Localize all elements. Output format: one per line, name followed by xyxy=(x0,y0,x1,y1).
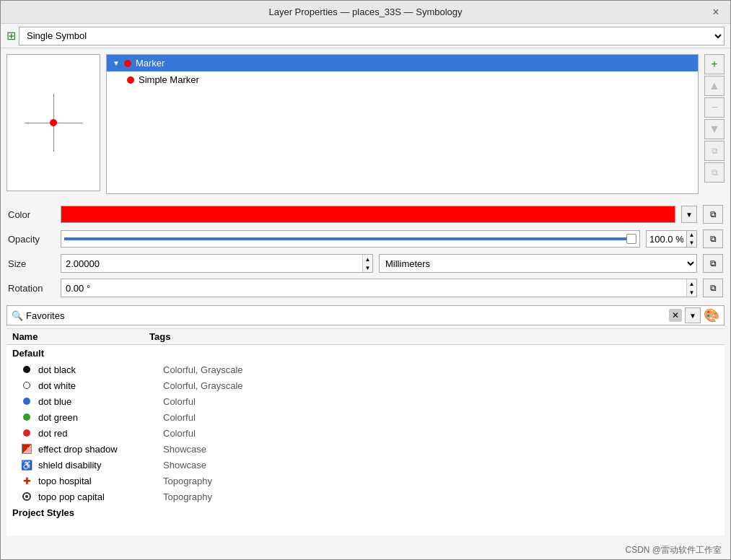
rotation-decrement[interactable]: ▼ xyxy=(686,288,696,297)
remove-symbol-button[interactable]: − xyxy=(704,97,725,118)
col-name-header: Name xyxy=(12,331,149,342)
symbol-tree-marker[interactable]: ▼ Marker xyxy=(107,55,698,71)
rotation-input[interactable]: 0.00 ° xyxy=(61,279,686,297)
main-window: Layer Properties — places_33S — Symbolog… xyxy=(0,0,731,560)
opacity-increment[interactable]: ▲ xyxy=(686,231,696,239)
item-name: topo hospital xyxy=(38,476,157,486)
dot-green-icon xyxy=(21,411,32,423)
item-tags: Topography xyxy=(163,491,719,502)
size-input[interactable]: 2.00000 xyxy=(61,255,362,272)
shield-disability-icon: ♿ xyxy=(21,459,32,471)
close-button[interactable]: × xyxy=(709,5,723,19)
symbol-tree-side-buttons: + ▲ − ▼ ⧉ ⧉ xyxy=(704,54,725,194)
dot-black-icon xyxy=(21,364,32,375)
rotation-increment[interactable]: ▲ xyxy=(686,279,696,288)
list-item[interactable]: effect drop shadow Showcase xyxy=(6,441,725,457)
color-picker[interactable] xyxy=(61,206,675,223)
move-down-button[interactable]: ▼ xyxy=(704,119,725,139)
color-dropdown-button[interactable]: ▼ xyxy=(681,206,697,223)
opacity-decrement[interactable]: ▼ xyxy=(686,239,696,247)
list-item[interactable]: ✚ topo hospital Topography xyxy=(6,473,725,489)
opacity-slider-container xyxy=(61,230,640,248)
duplicate-button[interactable]: ⧉ xyxy=(704,141,725,161)
main-content: ▼ Marker Simple Marker + ▲ − ▼ ⧉ xyxy=(1,48,730,559)
symbol-tree-simple-marker[interactable]: Simple Marker xyxy=(107,71,698,88)
dot-red-icon xyxy=(21,427,32,439)
color-scheme-button[interactable]: 🎨 xyxy=(704,307,719,323)
list-item[interactable]: dot black Colorful, Grayscale xyxy=(6,362,725,377)
window-title: Layer Properties — places_33S — Symbolog… xyxy=(22,6,709,17)
dot-blue-icon xyxy=(21,395,32,407)
size-row: Size 2.00000 ▲ ▼ Millimeters Points Pixe… xyxy=(8,253,723,274)
rotation-copy-button[interactable]: ⧉ xyxy=(703,279,723,297)
size-increment[interactable]: ▲ xyxy=(362,255,372,263)
default-group-header: Default xyxy=(6,345,725,362)
color-row: Color ▼ ⧉ xyxy=(8,204,723,224)
item-tags: Showcase xyxy=(163,444,719,455)
list-item[interactable]: dot red Colorful xyxy=(6,425,725,441)
list-item[interactable]: dot blue Colorful xyxy=(6,393,725,409)
size-copy-button[interactable]: ⧉ xyxy=(703,254,723,273)
crosshair xyxy=(25,94,82,152)
opacity-spin-arrows: ▲ ▼ xyxy=(686,231,696,247)
size-decrement[interactable]: ▼ xyxy=(362,263,372,272)
search-row: 🔍 ✕ ▼ 🎨 xyxy=(6,305,725,325)
dot-white-icon xyxy=(21,380,32,391)
list-item[interactable]: dot white Colorful, Grayscale xyxy=(6,377,725,393)
add-symbol-button[interactable]: + xyxy=(704,54,725,74)
item-name: topo pop capital xyxy=(38,491,157,502)
symbol-type-select[interactable]: Single Symbol Categorized Graduated Rule… xyxy=(19,27,725,45)
effect-drop-shadow-icon xyxy=(21,443,32,455)
list-header: Name Tags xyxy=(6,329,725,345)
item-name: dot blue xyxy=(38,396,157,407)
marker-label: Marker xyxy=(136,58,165,69)
watermark: CSDN @雷动软件工作室 xyxy=(1,541,730,559)
size-spin-arrows: ▲ ▼ xyxy=(362,255,372,272)
item-name: dot green xyxy=(38,412,157,423)
search-dropdown-button[interactable]: ▼ xyxy=(685,307,701,323)
list-item[interactable]: dot green Colorful xyxy=(6,409,725,425)
move-up-button[interactable]: ▲ xyxy=(704,76,725,96)
item-tags: Colorful, Grayscale xyxy=(163,380,719,391)
opacity-value-input[interactable]: 100.0 % xyxy=(647,231,686,247)
properties-section: Color ▼ ⧉ Opacity 100.0 % ▲ ▼ ⧉ xyxy=(1,200,730,302)
color-copy-button[interactable]: ⧉ xyxy=(703,205,723,224)
tree-arrow: ▼ xyxy=(113,59,120,67)
top-section: ▼ Marker Simple Marker + ▲ − ▼ ⧉ xyxy=(1,48,730,200)
item-name: effect drop shadow xyxy=(38,444,157,455)
topo-pop-capital-icon xyxy=(21,491,32,502)
opacity-row: Opacity 100.0 % ▲ ▼ ⧉ xyxy=(8,229,723,249)
rotation-row: Rotation 0.00 ° ▲ ▼ ⧉ xyxy=(8,278,723,298)
title-bar: Layer Properties — places_33S — Symbolog… xyxy=(1,1,730,24)
size-unit-select[interactable]: Millimeters Points Pixels Inches Centime… xyxy=(379,254,697,273)
simple-marker-label: Simple Marker xyxy=(139,74,199,85)
size-label: Size xyxy=(8,258,55,269)
topo-hospital-icon: ✚ xyxy=(21,475,32,486)
symbol-preview xyxy=(6,54,100,191)
simple-marker-dot xyxy=(127,76,134,84)
paste-button[interactable]: ⧉ xyxy=(704,162,725,183)
symbol-tree: ▼ Marker Simple Marker xyxy=(107,55,698,193)
item-name: shield disability xyxy=(38,460,157,471)
search-input[interactable] xyxy=(26,310,666,321)
symbol-type-icon: ⊞ xyxy=(6,29,16,43)
list-item[interactable]: topo pop capital Topography xyxy=(6,489,725,504)
rotation-label: Rotation xyxy=(8,283,55,294)
opacity-slider[interactable] xyxy=(64,237,636,240)
item-tags: Colorful xyxy=(163,396,719,407)
rotation-input-box: 0.00 ° ▲ ▼ xyxy=(61,279,697,297)
preview-dot xyxy=(50,119,57,126)
search-icon: 🔍 xyxy=(12,310,23,321)
item-tags: Colorful xyxy=(163,428,719,439)
opacity-copy-button[interactable]: ⧉ xyxy=(703,229,723,248)
size-input-box: 2.00000 ▲ ▼ xyxy=(61,254,373,273)
search-clear-button[interactable]: ✕ xyxy=(669,309,682,322)
symbol-type-toolbar: ⊞ Single Symbol Categorized Graduated Ru… xyxy=(1,24,730,48)
item-tags: Colorful, Grayscale xyxy=(163,364,719,375)
list-item[interactable]: ♿ shield disability Showcase xyxy=(6,457,725,473)
opacity-spinbox[interactable]: 100.0 % ▲ ▼ xyxy=(646,230,697,248)
symbol-tree-container: ▼ Marker Simple Marker xyxy=(106,54,699,194)
opacity-label: Opacity xyxy=(8,234,55,245)
item-tags: Colorful xyxy=(163,412,719,423)
color-label: Color xyxy=(8,209,55,220)
